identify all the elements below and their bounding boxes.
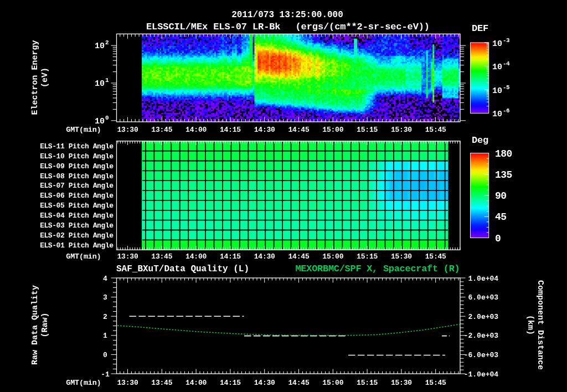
- svg-text:15:30: 15:30: [391, 379, 412, 387]
- svg-text:1.0e+04: 1.0e+04: [468, 275, 499, 283]
- svg-text:GMT(min): GMT(min): [66, 252, 101, 261]
- svg-text:180: 180: [495, 148, 512, 159]
- svg-text:90: 90: [495, 190, 507, 202]
- svg-text:13:30: 13:30: [117, 379, 138, 387]
- svg-text:MEXORBMC/SPF X, Spacecraft (R): MEXORBMC/SPF X, Spacecraft (R): [295, 264, 460, 274]
- svg-text:ELS-05 Pitch Angle: ELS-05 Pitch Angle: [40, 202, 114, 210]
- svg-text:Deg: Deg: [472, 135, 488, 146]
- svg-text:0: 0: [103, 351, 107, 359]
- svg-text:4: 4: [103, 275, 107, 283]
- svg-text:0: 0: [495, 233, 501, 244]
- svg-text:(Raw): (Raw): [40, 312, 50, 337]
- svg-text:14:30: 14:30: [254, 252, 275, 261]
- svg-text:2: 2: [105, 39, 109, 46]
- svg-text:13:30: 13:30: [117, 252, 138, 261]
- svg-text:2.0e+03: 2.0e+03: [468, 313, 499, 321]
- svg-text:GMT(min): GMT(min): [66, 126, 101, 134]
- svg-text:-6: -6: [503, 107, 509, 114]
- svg-text:13:45: 13:45: [151, 252, 172, 261]
- svg-text:14:00: 14:00: [185, 126, 207, 134]
- svg-text:15:45: 15:45: [425, 252, 446, 261]
- svg-text:14:00: 14:00: [185, 252, 207, 261]
- svg-text:(km): (km): [525, 315, 535, 335]
- svg-text:ELS-01 Pitch Angle: ELS-01 Pitch Angle: [40, 241, 114, 250]
- svg-text:3: 3: [103, 293, 107, 302]
- svg-text:-3: -3: [503, 37, 510, 44]
- svg-text:15:00: 15:00: [322, 126, 343, 134]
- svg-text:-5: -5: [503, 84, 510, 91]
- svg-text:-6.0e+03: -6.0e+03: [464, 351, 499, 359]
- svg-text:10: 10: [492, 86, 502, 96]
- svg-text:(ergs/(cm**2-sr-sec-eV)): (ergs/(cm**2-sr-sec-eV)): [296, 22, 430, 32]
- svg-text:10: 10: [95, 117, 105, 126]
- svg-text:14:45: 14:45: [288, 379, 309, 387]
- svg-text:1: 1: [105, 77, 109, 84]
- svg-text:2: 2: [103, 313, 107, 321]
- svg-text:15:00: 15:00: [322, 252, 343, 261]
- svg-text:ELS-02 Pitch Angle: ELS-02 Pitch Angle: [40, 231, 114, 240]
- svg-text:13:45: 13:45: [151, 379, 172, 387]
- svg-text:-4: -4: [503, 60, 510, 67]
- svg-text:ELS-07 Pitch Angle: ELS-07 Pitch Angle: [40, 182, 114, 190]
- svg-text:15:15: 15:15: [357, 379, 378, 387]
- svg-text:ELS-09 Pitch Angle: ELS-09 Pitch Angle: [40, 162, 114, 171]
- svg-text:-1: -1: [101, 370, 110, 379]
- svg-text:-2.0e+03: -2.0e+03: [464, 332, 499, 340]
- svg-text:10: 10: [492, 110, 502, 119]
- svg-text:ELS-03 Pitch Angle: ELS-03 Pitch Angle: [40, 221, 114, 230]
- svg-text:Electron Energy: Electron Energy: [30, 40, 40, 115]
- svg-text:14:15: 14:15: [220, 379, 241, 387]
- svg-text:SAF_BXuT/Data Quality (L): SAF_BXuT/Data Quality (L): [116, 264, 249, 274]
- svg-text:15:30: 15:30: [391, 252, 412, 261]
- svg-text:10: 10: [95, 42, 105, 51]
- svg-text:15:15: 15:15: [357, 126, 378, 134]
- svg-text:14:15: 14:15: [220, 252, 241, 261]
- svg-text:10: 10: [95, 79, 105, 89]
- svg-text:14:30: 14:30: [254, 126, 275, 134]
- svg-text:15:45: 15:45: [425, 379, 446, 387]
- svg-text:ELS-08 Pitch Angle: ELS-08 Pitch Angle: [40, 172, 114, 180]
- svg-text:15:00: 15:00: [322, 379, 343, 387]
- svg-text:(eV): (eV): [40, 68, 50, 87]
- svg-text:15:30: 15:30: [391, 126, 412, 134]
- svg-text:ELS-10 Pitch Angle: ELS-10 Pitch Angle: [40, 152, 114, 161]
- svg-text:14:15: 14:15: [220, 126, 241, 134]
- svg-text:Component Distance: Component Distance: [535, 280, 545, 370]
- svg-text:-1.0e+04: -1.0e+04: [464, 370, 499, 379]
- svg-text:6.0e+03: 6.0e+03: [468, 293, 499, 302]
- svg-text:14:45: 14:45: [288, 252, 309, 261]
- svg-text:15:45: 15:45: [425, 126, 446, 134]
- svg-text:10: 10: [492, 63, 502, 72]
- svg-text:135: 135: [495, 169, 512, 180]
- svg-text:ELS-04 Pitch Angle: ELS-04 Pitch Angle: [40, 212, 114, 220]
- svg-text:1: 1: [103, 332, 107, 340]
- svg-text:ELS-11 Pitch Angle: ELS-11 Pitch Angle: [40, 142, 114, 151]
- svg-text:14:30: 14:30: [254, 379, 275, 387]
- svg-text:GMT(min): GMT(min): [66, 379, 101, 387]
- svg-text:13:45: 13:45: [151, 126, 172, 134]
- svg-text:10: 10: [492, 39, 502, 49]
- svg-text:ELS-06 Pitch Angle: ELS-06 Pitch Angle: [40, 192, 114, 200]
- svg-text:13:30: 13:30: [117, 126, 138, 134]
- svg-text:2011/073 13:25:00.000: 2011/073 13:25:00.000: [231, 10, 343, 20]
- svg-text:15:15: 15:15: [357, 252, 378, 261]
- svg-text:Raw Data Quality: Raw Data Quality: [30, 285, 40, 365]
- svg-text:DEF: DEF: [472, 23, 488, 34]
- svg-text:14:00: 14:00: [185, 379, 207, 387]
- svg-text:0: 0: [105, 115, 109, 121]
- svg-text:45: 45: [495, 212, 507, 223]
- svg-text:ELSSCIL/MEx ELS-07 LR-Bk: ELSSCIL/MEx ELS-07 LR-Bk: [146, 22, 280, 32]
- svg-text:14:45: 14:45: [288, 126, 309, 134]
